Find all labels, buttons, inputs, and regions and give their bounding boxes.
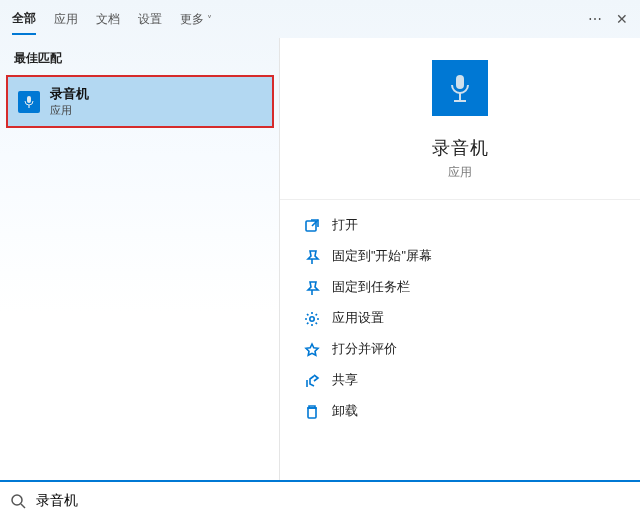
close-button[interactable]: ✕ bbox=[616, 11, 628, 27]
star-icon bbox=[304, 342, 320, 358]
pin-icon bbox=[304, 280, 320, 296]
tab-settings[interactable]: 设置 bbox=[138, 5, 162, 34]
open-icon bbox=[304, 218, 320, 234]
action-label: 打分并评价 bbox=[332, 341, 397, 358]
more-options-button[interactable]: ⋯ bbox=[588, 11, 602, 27]
result-voice-recorder[interactable]: 录音机 应用 bbox=[6, 75, 274, 128]
tab-apps[interactable]: 应用 bbox=[54, 5, 78, 34]
svg-rect-0 bbox=[27, 96, 31, 103]
pin-icon bbox=[304, 249, 320, 265]
best-match-header: 最佳匹配 bbox=[0, 44, 280, 73]
results-pane: 最佳匹配 录音机 应用 bbox=[0, 38, 280, 480]
detail-subtitle: 应用 bbox=[448, 164, 472, 181]
result-subtitle: 应用 bbox=[50, 103, 89, 118]
action-pin-start[interactable]: 固定到"开始"屏幕 bbox=[284, 241, 636, 272]
svg-rect-1 bbox=[28, 105, 29, 108]
filter-tabs: 全部 应用 文档 设置 更多 ⋯ ✕ bbox=[0, 0, 640, 38]
action-open[interactable]: 打开 bbox=[284, 210, 636, 241]
action-label: 固定到"开始"屏幕 bbox=[332, 248, 432, 265]
action-rate[interactable]: 打分并评价 bbox=[284, 334, 636, 365]
action-list: 打开 固定到"开始"屏幕 固定到任务栏 应用设置 bbox=[280, 200, 640, 437]
trash-icon bbox=[304, 404, 320, 420]
action-label: 卸载 bbox=[332, 403, 358, 420]
action-share[interactable]: 共享 bbox=[284, 365, 636, 396]
svg-rect-2 bbox=[456, 75, 464, 89]
svg-rect-4 bbox=[454, 100, 466, 102]
action-label: 应用设置 bbox=[332, 310, 384, 327]
action-app-settings[interactable]: 应用设置 bbox=[284, 303, 636, 334]
action-label: 固定到任务栏 bbox=[332, 279, 410, 296]
detail-title: 录音机 bbox=[432, 136, 489, 160]
action-pin-taskbar[interactable]: 固定到任务栏 bbox=[284, 272, 636, 303]
share-icon bbox=[304, 373, 320, 389]
result-title: 录音机 bbox=[50, 85, 89, 103]
tab-all[interactable]: 全部 bbox=[12, 4, 36, 35]
svg-rect-3 bbox=[459, 93, 461, 100]
voice-recorder-icon bbox=[18, 91, 40, 113]
action-label: 共享 bbox=[332, 372, 358, 389]
tab-docs[interactable]: 文档 bbox=[96, 5, 120, 34]
search-icon bbox=[10, 493, 26, 509]
svg-rect-7 bbox=[308, 408, 316, 418]
svg-point-8 bbox=[12, 495, 22, 505]
tab-more[interactable]: 更多 bbox=[180, 5, 212, 34]
action-label: 打开 bbox=[332, 217, 358, 234]
voice-recorder-icon bbox=[432, 60, 488, 116]
svg-point-6 bbox=[310, 316, 314, 320]
detail-pane: 录音机 应用 打开 固定到"开始"屏幕 固定到任务栏 bbox=[280, 38, 640, 480]
search-input[interactable] bbox=[34, 492, 630, 510]
gear-icon bbox=[304, 311, 320, 327]
search-bar[interactable] bbox=[0, 480, 640, 520]
action-uninstall[interactable]: 卸载 bbox=[284, 396, 636, 427]
